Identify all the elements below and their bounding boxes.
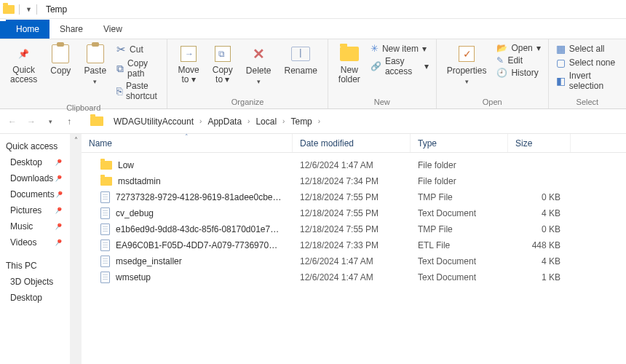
- column-header-type[interactable]: Type: [411, 134, 508, 152]
- sidebar-item-music[interactable]: Music📍: [0, 218, 70, 234]
- ribbon-tabs: Home Share View: [0, 19, 626, 39]
- sidebar-this-pc[interactable]: This PC: [0, 258, 70, 274]
- copy-path-button[interactable]: Copy path: [116, 58, 159, 79]
- file-row[interactable]: Low12/6/2024 1:47 AMFile folder: [82, 157, 626, 173]
- move-to-button[interactable]: Moveto ▾: [175, 42, 202, 87]
- select-all-icon: [556, 43, 566, 55]
- nav-forward-button[interactable]: →: [23, 114, 39, 130]
- copy-label: Copy: [50, 66, 71, 76]
- breadcrumb-item[interactable]: Temp: [288, 116, 314, 127]
- sort-indicator-icon: ˄: [185, 133, 189, 141]
- file-date: 12/18/2024 7:55 PM: [293, 192, 411, 202]
- nav-back-button[interactable]: ←: [4, 114, 20, 130]
- copy-to-icon: [213, 44, 233, 63]
- breadcrumb-item[interactable]: AppData: [205, 116, 245, 127]
- group-label-select: Select: [556, 96, 619, 107]
- tab-share[interactable]: Share: [49, 20, 93, 39]
- file-type: ETL File: [411, 240, 508, 250]
- history-button[interactable]: History: [496, 67, 540, 79]
- easy-access-button[interactable]: Easy access ▾: [371, 55, 429, 77]
- pin-icon: 📍: [52, 237, 64, 248]
- paste-label: Paste: [84, 66, 106, 76]
- sidebar-quick-access[interactable]: Quick access: [0, 138, 70, 154]
- file-size: 4 KB: [508, 256, 571, 266]
- file-row[interactable]: EA96C0B1-F05D-4DD7-A079-7736970D98...12/…: [82, 237, 626, 253]
- new-item-button[interactable]: New item ▾: [371, 42, 429, 55]
- chevron-right-icon[interactable]: ›: [282, 117, 285, 125]
- properties-button[interactable]: Properties ▾: [444, 42, 490, 87]
- file-row[interactable]: cv_debug12/18/2024 7:55 PMText Document4…: [82, 205, 626, 221]
- tab-view[interactable]: View: [93, 20, 132, 39]
- invert-selection-button[interactable]: Invert selection: [556, 70, 619, 92]
- qat-dropdown[interactable]: ▼: [25, 6, 32, 13]
- quick-access-label: Quickaccess: [10, 66, 37, 84]
- scrollbar[interactable]: ˄: [70, 134, 82, 364]
- file-date: 12/18/2024 7:55 PM: [293, 224, 411, 234]
- sidebar-item-3d-objects[interactable]: 3D Objects: [0, 274, 70, 290]
- chevron-right-icon[interactable]: ›: [247, 117, 250, 125]
- sidebar-item-pictures[interactable]: Pictures📍: [0, 202, 70, 218]
- file-date: 12/6/2024 1:47 AM: [293, 256, 411, 266]
- copy-button[interactable]: Copy: [47, 42, 74, 78]
- copy-to-button[interactable]: Copyto ▾: [210, 42, 236, 87]
- open-button[interactable]: Open ▾: [496, 42, 540, 54]
- group-select: Select all Select none Invert selection …: [549, 39, 626, 108]
- file-row[interactable]: e1b6ed9d-9dd8-43dc-85f6-08170d01e701...1…: [82, 221, 626, 237]
- column-header-date[interactable]: Date modified: [293, 134, 411, 152]
- breadcrumb-item[interactable]: Local: [253, 116, 280, 127]
- sidebar-item-label: Desktop: [10, 293, 42, 303]
- file-row[interactable]: msedge_installer12/6/2024 1:47 AMText Do…: [82, 253, 626, 269]
- folder-icon: [3, 5, 15, 14]
- separator: [36, 4, 37, 15]
- select-none-button[interactable]: Select none: [556, 56, 619, 69]
- sidebar-item-label: 3D Objects: [10, 277, 53, 287]
- chevron-right-icon[interactable]: ›: [318, 117, 320, 125]
- file-tab[interactable]: [0, 21, 6, 39]
- rename-button[interactable]: Rename: [281, 42, 320, 78]
- column-header-size[interactable]: Size: [508, 134, 571, 152]
- delete-button[interactable]: Delete ▾: [243, 42, 274, 87]
- file-size: 0 KB: [508, 224, 571, 234]
- paste-button[interactable]: Paste ▾: [81, 42, 109, 87]
- group-label-new: New: [336, 96, 429, 107]
- sidebar-item-downloads[interactable]: Downloads📍: [0, 170, 70, 186]
- sidebar-item-videos[interactable]: Videos📍: [0, 234, 70, 250]
- file-icon: [100, 256, 110, 267]
- pin-icon: 📍: [53, 189, 65, 200]
- sidebar-item-documents[interactable]: Documents📍: [0, 186, 70, 202]
- copy-path-label: Copy path: [127, 58, 159, 79]
- address-bar: ← → ▾ ↑ WDAGUtilityAccount › AppData › L…: [0, 109, 626, 134]
- new-folder-button[interactable]: Newfolder: [336, 42, 363, 87]
- new-item-icon: [371, 43, 379, 54]
- file-row[interactable]: wmsetup12/6/2024 1:47 AMText Document1 K…: [82, 269, 626, 285]
- invert-selection-label: Invert selection: [569, 71, 619, 91]
- sidebar-item-desktop2[interactable]: Desktop: [0, 290, 70, 306]
- copy-path-icon: [116, 63, 124, 75]
- paste-shortcut-button[interactable]: Paste shortcut: [116, 80, 159, 102]
- nav-up-button[interactable]: ↑: [61, 114, 77, 130]
- sidebar-item-desktop[interactable]: Desktop📍: [0, 154, 70, 170]
- tab-home[interactable]: Home: [6, 20, 49, 39]
- breadcrumb-item[interactable]: WDAGUtilityAccount: [111, 116, 197, 127]
- file-date: 12/6/2024 1:47 AM: [293, 272, 411, 282]
- recent-locations-button[interactable]: ▾: [42, 114, 58, 130]
- column-headers: Name ˄ Date modified Type Size: [82, 134, 626, 153]
- file-icon: [100, 223, 110, 235]
- file-row[interactable]: 72737328-9729-4128-9619-81adee0cbe22....…: [82, 189, 626, 205]
- chevron-right-icon[interactable]: ›: [199, 117, 202, 125]
- group-organize: Moveto ▾ Copyto ▾ Delete ▾ Rename Organi…: [167, 39, 328, 108]
- file-name: Low: [118, 160, 134, 170]
- chevron-up-icon: ˄: [74, 136, 78, 364]
- file-size: 1 KB: [508, 272, 571, 282]
- delete-label: Delete: [246, 66, 272, 76]
- file-icon: [100, 272, 110, 283]
- cut-button[interactable]: Cut: [116, 42, 159, 57]
- file-type: TMP File: [411, 224, 508, 234]
- file-row[interactable]: msdtadmin12/18/2024 7:34 PMFile folder: [82, 173, 626, 189]
- pin-quick-access-button[interactable]: 📌 Quickaccess: [7, 42, 40, 87]
- edit-button[interactable]: Edit: [496, 55, 540, 66]
- file-size: 448 KB: [508, 240, 571, 250]
- select-all-button[interactable]: Select all: [556, 42, 619, 55]
- group-label-organize: Organize: [175, 96, 320, 107]
- column-header-name[interactable]: Name ˄: [82, 134, 293, 152]
